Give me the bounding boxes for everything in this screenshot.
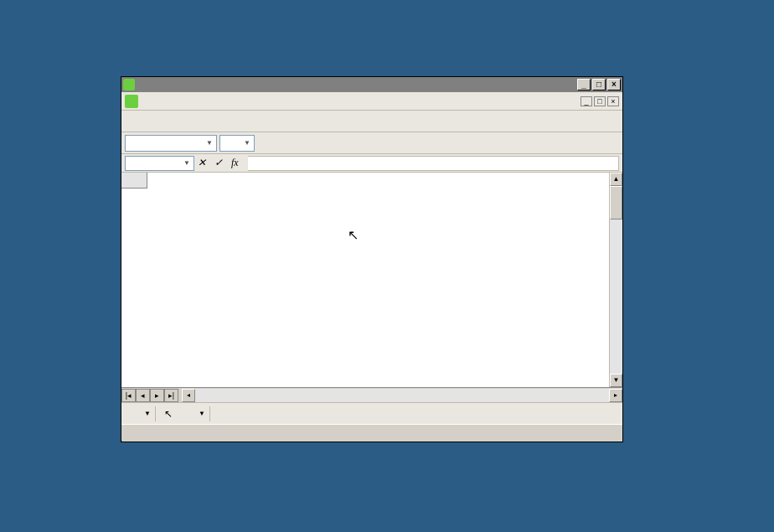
tab-next-button[interactable]: ▸ bbox=[150, 389, 164, 402]
scroll-thumb[interactable] bbox=[610, 186, 622, 220]
chevron-down-icon: ▼ bbox=[206, 139, 213, 147]
wps-app-icon bbox=[123, 79, 135, 90]
formula-input[interactable] bbox=[248, 156, 619, 171]
wps-window: _ □ × _ □ × ▼ ▼ ▼ ✕ ✓ fx bbox=[121, 76, 623, 442]
mdi-close[interactable]: × bbox=[607, 96, 619, 106]
autoshapes-menu[interactable] bbox=[179, 405, 196, 422]
vertical-scrollbar[interactable]: ▲ ▼ bbox=[609, 173, 622, 387]
name-box[interactable]: ▼ bbox=[125, 156, 194, 171]
font-name-combo[interactable]: ▼ bbox=[125, 135, 217, 152]
scroll-down-button[interactable]: ▼ bbox=[610, 374, 622, 387]
minimize-button[interactable]: _ bbox=[577, 79, 591, 90]
tab-last-button[interactable]: ▸| bbox=[164, 389, 178, 402]
mdi-minimize[interactable]: _ bbox=[580, 96, 592, 106]
menubar: _ □ × bbox=[121, 92, 622, 111]
spreadsheet-grid[interactable]: ▲ ▼ bbox=[121, 173, 622, 387]
chevron-down-icon: ▼ bbox=[244, 139, 250, 147]
drawing-toolbar: ▼ ↖ ▼ bbox=[121, 402, 622, 424]
draw-menu[interactable] bbox=[125, 405, 142, 422]
horizontal-scrollbar[interactable]: ◂ ▸ bbox=[182, 389, 622, 402]
fx-icon[interactable]: fx bbox=[231, 157, 245, 170]
sheet-tab-bar: |◂ ◂ ▸ ▸| ◂ ▸ bbox=[121, 387, 622, 402]
pointer-icon[interactable]: ↖ bbox=[160, 405, 177, 422]
standard-toolbar bbox=[121, 111, 622, 132]
wps-menu-icon[interactable] bbox=[125, 95, 138, 108]
font-size-combo[interactable]: ▼ bbox=[219, 135, 255, 152]
cancel-fx-icon[interactable]: ✕ bbox=[198, 157, 211, 170]
scroll-up-button[interactable]: ▲ bbox=[610, 173, 622, 186]
select-all-corner[interactable] bbox=[121, 173, 147, 189]
close-button[interactable]: × bbox=[607, 79, 621, 90]
formatting-toolbar: ▼ ▼ bbox=[121, 132, 622, 154]
titlebar[interactable]: _ □ × bbox=[121, 77, 622, 92]
accept-fx-icon[interactable]: ✓ bbox=[214, 157, 228, 170]
status-bar bbox=[121, 424, 622, 441]
mdi-restore[interactable]: □ bbox=[594, 96, 606, 106]
maximize-button[interactable]: □ bbox=[592, 79, 606, 90]
formula-bar: ▼ ✕ ✓ fx bbox=[121, 154, 622, 173]
tab-first-button[interactable]: |◂ bbox=[121, 389, 136, 402]
chevron-down-icon: ▼ bbox=[183, 159, 190, 167]
tab-prev-button[interactable]: ◂ bbox=[136, 389, 150, 402]
scroll-left-button[interactable]: ◂ bbox=[182, 389, 195, 402]
scroll-right-button[interactable]: ▸ bbox=[609, 389, 622, 402]
